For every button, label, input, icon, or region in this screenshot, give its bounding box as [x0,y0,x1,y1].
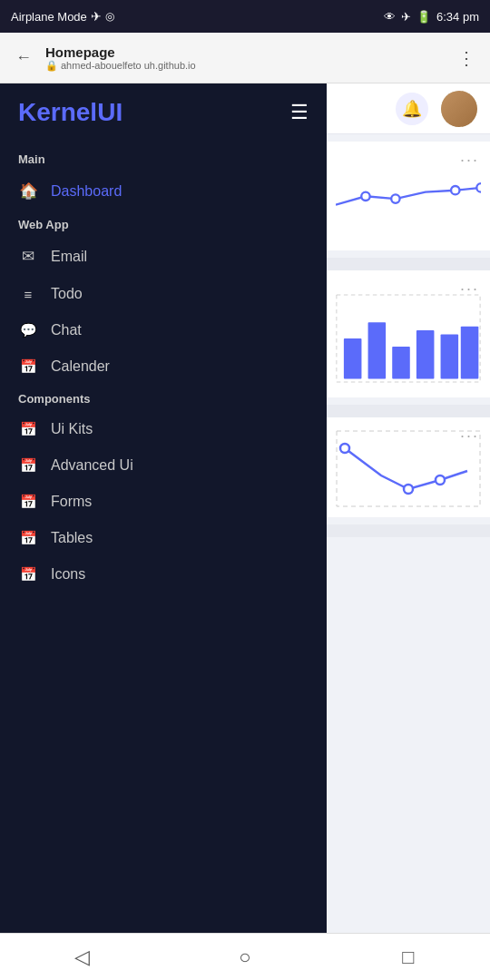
sidebar-item-chat[interactable]: 💬 Chat [0,312,327,348]
battery-icon: 🔋 [416,10,431,24]
logo-part1: Kernel [18,98,97,126]
svg-point-12 [340,444,349,453]
panel-content: ··· ··· [327,134,490,933]
airplane-icon: ✈ [91,9,102,24]
chat-icon: 💬 [18,322,38,338]
nav-home-icon: ○ [239,946,250,969]
chart-card-line1: ··· [327,142,490,250]
avatar[interactable] [441,91,477,127]
sidebar-item-label: Ui Kits [51,421,93,437]
svg-point-1 [391,194,399,202]
nav-back-icon: ◁ [74,946,90,969]
logo-text: KernelUI [18,98,122,127]
sidebar-item-email[interactable]: ✉ Email [0,237,327,276]
svg-point-13 [404,485,413,494]
bell-icon-glyph: 🔔 [402,99,422,119]
svg-rect-10 [461,327,479,379]
spacer-1 [327,258,490,270]
sidebar-item-dashboard[interactable]: 🏠 Dashboard [0,172,327,211]
panel-header: 🔔 [327,83,490,134]
status-right: 👁 ✈ 🔋 6:34 pm [384,10,479,24]
icons-icon: 📅 [18,566,38,583]
wifi-icon: ✈ [401,10,411,24]
nav-home-button[interactable]: ○ [218,939,272,975]
todo-icon: ≡ [18,287,38,302]
sidebar: KernelUI ☰ Main 🏠 Dashboard Web App ✉ Em… [0,83,327,933]
sidebar-item-label: Dashboard [51,183,122,200]
sidebar-item-label: Icons [51,566,85,583]
svg-rect-5 [344,338,362,378]
browser-more-button[interactable]: ⋮ [452,44,481,73]
home-icon: 🏠 [18,181,38,201]
nav-recents-icon: □ [402,946,414,969]
svg-rect-7 [392,347,410,379]
sidebar-item-tables[interactable]: 📅 Tables [0,520,327,556]
uikits-icon: 📅 [18,421,38,437]
sidebar-item-todo[interactable]: ≡ Todo [0,276,327,312]
browser-back-button[interactable]: ← [9,44,38,73]
spacer-2 [327,405,490,417]
svg-point-3 [476,183,481,191]
hamburger-button[interactable]: ☰ [290,101,309,124]
svg-point-14 [436,475,445,485]
svg-rect-6 [368,322,387,378]
sidebar-logo: KernelUI ☰ [0,98,327,145]
browser-bar: ← Homepage 🔒 ahmed-abouelfeto uh.github.… [0,33,490,83]
svg-point-0 [361,192,369,201]
sidebar-item-label: Calender [51,358,110,375]
bell-button[interactable]: 🔔 [396,93,428,125]
section-webapp-label: Web App [0,211,327,237]
sidebar-item-label: Tables [51,530,93,546]
chart-card-line2: ··· [327,417,490,517]
more-icon: ⋮ [457,47,476,69]
svg-rect-9 [441,335,459,379]
sidebar-item-advancedui[interactable]: 📅 Advanced Ui [0,447,327,484]
status-bar: Airplane Mode ✈ ◎ 👁 ✈ 🔋 6:34 pm [0,0,490,33]
status-left: Airplane Mode ✈ ◎ [11,9,114,24]
eye-icon: 👁 [384,10,396,24]
tables-icon: 📅 [18,530,38,546]
signal-icon: ◎ [105,10,114,23]
nav-recents-button[interactable]: □ [381,939,436,975]
section-components-label: Components [0,385,327,411]
sidebar-item-label: Advanced Ui [51,457,133,474]
svg-rect-8 [416,330,435,378]
url-block: Homepage 🔒 ahmed-abouelfeto uh.github.io [45,44,445,72]
nav-bar: ◁ ○ □ [0,933,490,980]
spacer-3 [327,524,490,537]
chart-card-bar: ··· [327,270,490,397]
sidebar-item-label: Forms [51,494,92,510]
forms-icon: 📅 [18,494,38,510]
calendar-icon: 📅 [18,358,38,375]
back-arrow-icon: ← [15,48,32,67]
svg-rect-11 [337,431,480,506]
page-title: Homepage [45,44,445,60]
card-more-button-3[interactable]: ··· [460,426,479,446]
sidebar-item-icons[interactable]: 📅 Icons [0,556,327,593]
lock-icon: 🔒 [45,60,58,72]
sidebar-item-uikits[interactable]: 📅 Ui Kits [0,411,327,447]
card-more-button-2[interactable]: ··· [460,279,479,299]
sidebar-item-label: Email [51,249,87,265]
sidebar-item-calender[interactable]: 📅 Calender [0,348,327,385]
main-layout: KernelUI ☰ Main 🏠 Dashboard Web App ✉ Em… [0,83,490,933]
url-text: ahmed-abouelfeto uh.github.io [61,60,196,71]
sidebar-item-forms[interactable]: 📅 Forms [0,484,327,520]
section-main-label: Main [0,145,327,172]
sidebar-item-label: Todo [51,286,83,302]
bar-chart-svg [336,289,481,388]
svg-point-2 [451,186,459,194]
logo-part2: UI [97,98,122,126]
time-label: 6:34 pm [436,10,479,24]
card-more-button[interactable]: ··· [460,151,479,170]
email-icon: ✉ [18,247,38,266]
sidebar-item-label: Chat [51,322,82,338]
url-subtitle: 🔒 ahmed-abouelfeto uh.github.io [45,60,445,72]
airplane-mode-label: Airplane Mode [11,10,87,24]
advancedui-icon: 📅 [18,457,38,474]
right-panel: 🔔 ··· [327,83,490,933]
nav-back-button[interactable]: ◁ [54,939,109,975]
avatar-image [441,91,477,127]
line-chart-svg-1 [336,164,481,237]
